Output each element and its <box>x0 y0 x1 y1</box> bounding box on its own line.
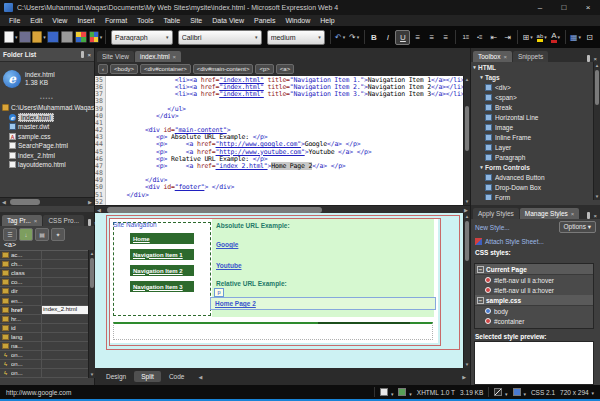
increase-indent-button[interactable]: ⇥ <box>501 30 514 45</box>
underline-button[interactable]: U <box>395 30 410 45</box>
highlight-button[interactable]: ab▾ <box>535 30 548 45</box>
property-value[interactable] <box>41 287 88 295</box>
style-application-button[interactable]: ▾ <box>494 388 507 397</box>
property-value[interactable] <box>41 260 88 268</box>
toolbox-item-image[interactable]: Image <box>471 122 593 132</box>
toolbox-item-inline-frame[interactable]: Inline Frame <box>471 132 593 142</box>
style-rule-item[interactable]: #left-nav ul li a:hover <box>475 275 593 285</box>
options-button[interactable]: Options ▾ <box>559 221 596 233</box>
breadcrumb-item[interactable]: <div#main-content> <box>193 64 254 74</box>
menu-window[interactable]: Window <box>280 17 315 24</box>
property-value[interactable] <box>41 296 88 304</box>
property-value[interactable] <box>41 269 88 277</box>
toolbox-item-form[interactable]: Form <box>471 192 593 200</box>
attach-style-sheet-link[interactable]: Attach Style Sheet... <box>471 235 600 247</box>
style-rule-item[interactable]: #header <box>475 326 593 329</box>
breadcrumb-item[interactable]: <a> <box>276 64 294 74</box>
property-value[interactable] <box>41 360 88 368</box>
tag-property-row[interactable]: hr... <box>0 315 88 324</box>
alphabetical-view-button[interactable]: ↓ <box>19 228 33 241</box>
align-left-button[interactable]: ≡ <box>411 30 424 45</box>
toolbox-item-layer[interactable]: Layer <box>471 142 593 152</box>
open-site-button[interactable] <box>18 30 31 45</box>
folder-root[interactable]: C:\Users\Muhammad.Waqas\Do <box>0 103 94 113</box>
tag-property-row[interactable]: ϟon... <box>0 369 88 378</box>
property-value[interactable] <box>41 333 88 341</box>
tag-property-row[interactable]: na... <box>0 342 88 351</box>
file-item-index.html[interactable]: eindex.html <box>0 113 94 123</box>
collapse-icon[interactable]: − <box>477 297 484 304</box>
property-value[interactable] <box>41 251 88 259</box>
menu-edit[interactable]: Edit <box>25 17 47 24</box>
tab-css-properties[interactable]: CSS Pro... <box>43 215 84 226</box>
compatibility-button[interactable]: ▾ <box>398 388 411 397</box>
breadcrumb-item[interactable]: <body> <box>110 64 138 74</box>
close-button[interactable]: × <box>576 0 600 15</box>
tab-manage-styles[interactable]: Manage Styles× <box>520 208 580 219</box>
toolbox-item--span-[interactable]: <span> <box>471 92 593 102</box>
code-errors-button[interactable]: ▾ <box>380 388 393 397</box>
toolbox-item-horizontal-line[interactable]: Horizontal Line <box>471 112 593 122</box>
tag-property-row[interactable]: ϟon... <box>0 360 88 369</box>
google-link[interactable]: Google <box>216 241 238 248</box>
decrease-indent-button[interactable]: ⇤ <box>487 30 500 45</box>
new-document-button[interactable]: ▾ <box>4 30 17 45</box>
tag-property-row[interactable]: class <box>0 269 88 278</box>
toolbox-item-paragraph[interactable]: Paragraph <box>471 152 593 162</box>
pin-icon[interactable] <box>587 212 590 219</box>
toolbox-group-form-controls[interactable]: ▾Form Controls <box>471 162 593 172</box>
scroll-right-icon[interactable]: ▶ <box>462 374 466 380</box>
youtube-link[interactable]: Youtube <box>216 262 242 269</box>
scroll-left-icon[interactable]: ◀ <box>198 374 202 380</box>
view-tab-design[interactable]: Design <box>99 371 133 382</box>
show-set-properties-button[interactable]: ▤ <box>35 228 49 241</box>
status-css-version[interactable]: CSS 2.1 <box>531 389 555 396</box>
menu-site[interactable]: Site <box>185 17 207 24</box>
numbered-list-button[interactable]: 1≡ <box>459 30 472 45</box>
style-group-sample-css[interactable]: −sample.css <box>475 295 593 306</box>
tag-property-row[interactable]: id <box>0 324 88 333</box>
open-file-button[interactable]: ▾ <box>32 30 45 45</box>
menu-tools[interactable]: Tools <box>132 17 158 24</box>
tag-property-row[interactable]: hrefindex_2.html <box>0 306 88 315</box>
pin-icon[interactable] <box>81 51 84 58</box>
tag-property-row[interactable]: lang <box>0 333 88 342</box>
footer-zone[interactable] <box>113 322 433 340</box>
nav-button-home[interactable]: Home <box>130 233 194 244</box>
font-size-dropdown[interactable]: medium▾ <box>267 30 325 45</box>
design-vscrollbar[interactable]: ▲ ▼ <box>463 213 470 368</box>
nav-button-navigation-item-1[interactable]: Navigation Item 1 <box>130 249 194 260</box>
tab-apply-styles[interactable]: Apply Styles <box>473 208 519 219</box>
property-value[interactable] <box>41 315 88 323</box>
minimize-button[interactable]: – <box>528 0 552 15</box>
print-button[interactable] <box>61 30 74 45</box>
save-button[interactable] <box>47 30 60 45</box>
maximize-button[interactable]: □ <box>552 0 576 15</box>
tab-tag-properties[interactable]: Tag Pr...× <box>2 215 42 226</box>
p-tag-marker[interactable]: p <box>214 288 224 297</box>
nav-button-navigation-item-3[interactable]: Navigation Item 3 <box>130 281 194 292</box>
tab-snippets[interactable]: Snippets <box>513 51 548 62</box>
categorized-view-button[interactable]: ☰ <box>3 228 17 241</box>
toolbox-root[interactable]: ▾HTML <box>471 62 593 72</box>
align-right-button[interactable]: ≡ <box>439 30 452 45</box>
tag-property-row[interactable]: ϟon... <box>0 351 88 360</box>
menu-panels[interactable]: Panels <box>249 17 280 24</box>
toolbox-item-break[interactable]: Break <box>471 102 593 112</box>
code-vscrollbar[interactable]: ▲ ▼ <box>463 76 470 205</box>
toolbox-item-drop-down-box[interactable]: Drop-Down Box <box>471 182 593 192</box>
bullet-list-button[interactable]: •≡ <box>473 30 486 45</box>
table-button[interactable]: ▦▾ <box>569 30 582 45</box>
redo-button[interactable]: ↷▾ <box>348 30 361 45</box>
style-rule-item[interactable]: body <box>475 306 593 316</box>
menu-view[interactable]: View <box>47 17 72 24</box>
font-dropdown[interactable]: Calibri▾ <box>178 30 262 45</box>
tag-property-row[interactable]: ch... <box>0 260 88 269</box>
tag-property-row[interactable]: co... <box>0 278 88 287</box>
file-item-SearchPage.html[interactable]: SearchPage.html <box>0 141 94 151</box>
summary-button[interactable]: ✦ <box>51 228 65 241</box>
close-panel-icon[interactable]: × <box>87 52 91 58</box>
code-view[interactable]: 353637383940414243444546474849505152 <li… <box>95 76 463 205</box>
design-view[interactable]: Site Navigation HomeNavigation Item 1Nav… <box>95 213 463 368</box>
italic-button[interactable]: I <box>381 30 394 45</box>
